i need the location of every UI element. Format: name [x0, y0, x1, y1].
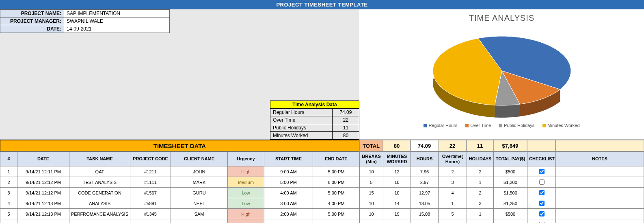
cell-start[interactable]: 4:00 AM	[264, 188, 313, 198]
cell-date[interactable]: 9/14/21 12:11 PM	[17, 166, 69, 177]
table-row[interactable]: 69/14/21 12:13 PMTESTING#1223MARKHigh9:0…	[0, 219, 644, 223]
cell-notes[interactable]	[556, 219, 644, 223]
cell-pay[interactable]: $1,200	[494, 177, 527, 188]
cell-start[interactable]: 9:00 AM	[264, 166, 313, 177]
cell-date[interactable]: 9/14/21 12:12 PM	[17, 188, 69, 198]
cell-date[interactable]: 9/14/21 12:13 PM	[17, 209, 69, 219]
cell-breaks[interactable]: 10	[360, 198, 383, 209]
cell-pay[interactable]: $500	[494, 166, 527, 177]
cell-checklist[interactable]	[527, 219, 556, 223]
cell-project[interactable]: #1111	[130, 177, 171, 188]
cell-project[interactable]: #1567	[130, 188, 171, 198]
cell-client[interactable]: GURU	[171, 188, 228, 198]
cell-num[interactable]: 4	[0, 198, 17, 209]
col-header-overtime[interactable]: Overtime( Hours)	[439, 152, 467, 166]
cell-task[interactable]: CODE GENERATION	[69, 188, 130, 198]
cell-overtime[interactable]: 5	[439, 219, 467, 223]
cell-client[interactable]: JOHN	[171, 166, 228, 177]
cell-notes[interactable]	[556, 198, 644, 209]
cell-end[interactable]: 5:00 PM	[313, 188, 360, 198]
cell-task[interactable]: QAT	[69, 166, 130, 177]
table-row[interactable]: 39/14/21 12:12 PMCODE GENERATION#1567GUR…	[0, 188, 644, 198]
cell-date[interactable]: 9/14/21 12:12 PM	[17, 177, 69, 188]
table-row[interactable]: 59/14/21 12:13 PMPERFROMANCE ANALYSIS#13…	[0, 209, 644, 219]
cell-notes[interactable]	[556, 166, 644, 177]
cell-num[interactable]: 1	[0, 166, 17, 177]
cell-task[interactable]: TEST ANALYSIS	[69, 177, 130, 188]
col-header-hours[interactable]: HOURS	[411, 152, 439, 166]
cell-client[interactable]: MARK	[171, 177, 228, 188]
cell-overtime[interactable]: 1	[439, 198, 467, 209]
cell-minutes[interactable]: 10	[383, 188, 411, 198]
cell-project[interactable]: #5891	[130, 198, 171, 209]
col-header-breaks[interactable]: BREAKS (Min)	[360, 152, 383, 166]
cell-date[interactable]: 9/14/21 12:13 PM	[17, 219, 69, 223]
cell-num[interactable]: 5	[0, 209, 17, 219]
cell-end[interactable]: 5:00 PM	[313, 166, 360, 177]
col-header-urgency[interactable]: Urgency	[228, 152, 264, 166]
checklist-checkbox[interactable]	[539, 201, 545, 206]
col-header-pay[interactable]: TOTAL PAY($)	[494, 152, 527, 166]
cell-minutes[interactable]: 10	[383, 219, 411, 223]
col-header-num[interactable]: #	[0, 152, 17, 166]
cell-overtime[interactable]: 3	[439, 177, 467, 188]
cell-notes[interactable]	[556, 209, 644, 219]
cell-minutes[interactable]: 12	[383, 166, 411, 177]
col-header-checklist[interactable]: CHECKLIST	[527, 152, 556, 166]
col-header-project[interactable]: PROJECT CODE	[130, 152, 171, 166]
cell-project[interactable]: #1211	[130, 166, 171, 177]
project-name-value[interactable]: SAP IMPLEMENTATION	[64, 10, 170, 17]
cell-hours[interactable]: 13.05	[411, 198, 439, 209]
cell-num[interactable]: 2	[0, 177, 17, 188]
cell-client[interactable]: NEEL	[171, 198, 228, 209]
cell-holidays[interactable]: 2	[467, 188, 494, 198]
cell-end[interactable]: 4:00 PM	[313, 198, 360, 209]
col-header-client[interactable]: CLIENT NAME	[171, 152, 228, 166]
cell-end[interactable]: 8:00 PM	[313, 177, 360, 188]
checklist-checkbox[interactable]	[539, 169, 545, 174]
col-header-notes[interactable]: NOTES	[556, 152, 644, 166]
cell-start[interactable]: 5:00 PM	[264, 177, 313, 188]
checklist-checkbox[interactable]	[539, 211, 545, 216]
cell-start[interactable]: 3:00 AM	[264, 198, 313, 209]
cell-holidays[interactable]: 1	[467, 219, 494, 223]
checklist-checkbox[interactable]	[539, 190, 545, 195]
cell-end[interactable]: 3:00 PM	[313, 219, 360, 223]
cell-breaks[interactable]: 10	[360, 166, 383, 177]
cell-urgency[interactable]: Medium	[228, 177, 264, 188]
cell-urgency[interactable]: High	[228, 209, 264, 219]
cell-holidays[interactable]: 1	[467, 209, 494, 219]
cell-breaks[interactable]: 10	[360, 209, 383, 219]
col-header-task[interactable]: TASK NAME	[69, 152, 130, 166]
cell-checklist[interactable]	[527, 177, 556, 188]
cell-client[interactable]: MARK	[171, 219, 228, 223]
cell-task[interactable]: PERFROMANCE ANALYSIS	[69, 209, 130, 219]
col-header-date[interactable]: DATE	[17, 152, 69, 166]
cell-minutes[interactable]: 19	[383, 209, 411, 219]
table-row[interactable]: 19/14/21 12:11 PMQAT#1211JOHNHigh9:00 AM…	[0, 166, 644, 177]
cell-notes[interactable]	[556, 177, 644, 188]
cell-project[interactable]: #1345	[130, 209, 171, 219]
cell-urgency[interactable]: High	[228, 219, 264, 223]
cell-start[interactable]: 2:00 AM	[264, 209, 313, 219]
cell-date[interactable]: 9/14/21 12:13 PM	[17, 198, 69, 209]
cell-num[interactable]: 3	[0, 188, 17, 198]
col-header-minutes[interactable]: MINUTES WORKED	[383, 152, 411, 166]
cell-hours[interactable]: 7.96	[411, 166, 439, 177]
cell-pay[interactable]: $1,250	[494, 198, 527, 209]
cell-breaks[interactable]: 15	[360, 188, 383, 198]
cell-hours[interactable]: 6.00	[411, 219, 439, 223]
cell-breaks[interactable]: 6	[360, 219, 383, 223]
cell-project[interactable]: #1223	[130, 219, 171, 223]
cell-urgency[interactable]: Low	[228, 198, 264, 209]
col-header-end[interactable]: END DATE	[313, 152, 360, 166]
cell-hours[interactable]: 2.97	[411, 177, 439, 188]
col-header-start[interactable]: START TIME	[264, 152, 313, 166]
cell-checklist[interactable]	[527, 166, 556, 177]
table-row[interactable]: 49/14/21 12:13 PMANALYSIS#5891NEELLow3:0…	[0, 198, 644, 209]
cell-client[interactable]: SAM	[171, 209, 228, 219]
cell-holidays[interactable]: 2	[467, 166, 494, 177]
cell-breaks[interactable]: 5	[360, 177, 383, 188]
cell-num[interactable]: 6	[0, 219, 17, 223]
table-row[interactable]: 29/14/21 12:12 PMTEST ANALYSIS#1111MARKM…	[0, 177, 644, 188]
